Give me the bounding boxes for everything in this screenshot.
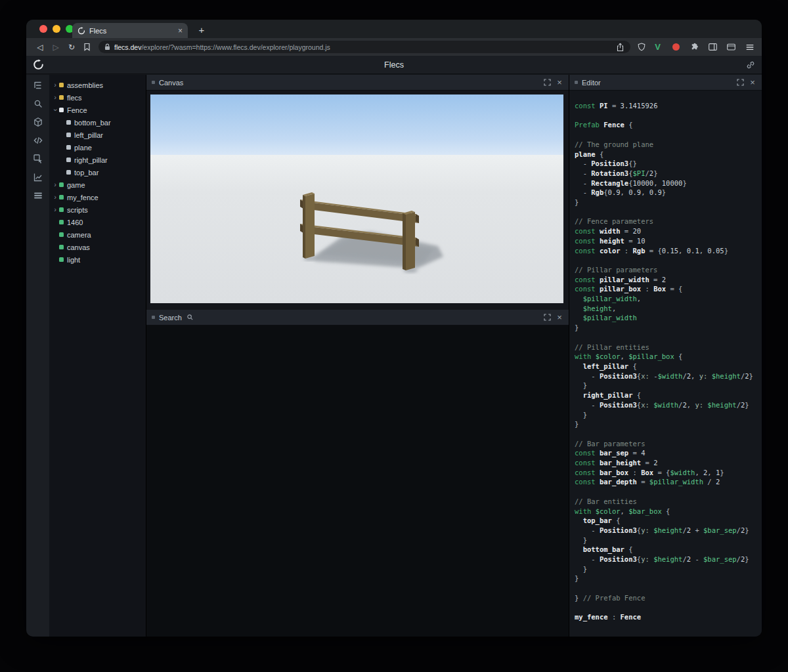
forward-button[interactable]: ▷ (49, 43, 63, 52)
code-line (575, 603, 758, 613)
tree-item-label: 1460 (67, 219, 83, 226)
search-icon (186, 313, 195, 322)
code-line: } (575, 323, 758, 333)
red-circle-extension-icon[interactable] (670, 41, 682, 52)
code-line: const bar_height = 2 (575, 458, 758, 468)
entity-square-icon (59, 95, 64, 100)
back-button[interactable]: ◁ (33, 43, 47, 52)
code-area[interactable]: const PI = 3.1415926 Prefab Fence { // T… (569, 91, 762, 637)
canvas-panel: Canvas × (146, 75, 569, 310)
code-line: my_fence : Fence (575, 612, 758, 622)
stats-icon[interactable] (32, 171, 44, 183)
ground-plane (150, 155, 563, 303)
code-line: $height, (575, 304, 758, 314)
browser-toolbar: ◁ ▷ ↻ flecs.dev/explorer/?wasm=https://w… (26, 38, 762, 56)
tree-item-label: Fence (67, 106, 87, 114)
chevron-collapsed-icon[interactable]: › (52, 181, 58, 188)
code-line: $pillar_width (575, 313, 758, 323)
puzzle-extensions-icon[interactable] (689, 41, 700, 52)
tree-item-light[interactable]: light (49, 253, 146, 266)
bookmark-icon[interactable] (80, 43, 93, 51)
tab-close-icon[interactable]: × (178, 27, 183, 35)
close-icon[interactable]: × (556, 77, 563, 87)
code-line (575, 255, 758, 265)
new-tab-button[interactable]: + (196, 24, 208, 35)
tree-item-left_pillar[interactable]: left_pillar (49, 129, 146, 141)
code-line: with $color, $bar_box { (575, 507, 758, 516)
tree-item-camera[interactable]: camera (49, 228, 146, 241)
code-line (575, 487, 758, 497)
sidebar-toggle-icon[interactable] (707, 41, 718, 52)
editor-panel: Editor × const PI = 3.1415926 Prefab Fen… (569, 75, 762, 637)
code-line: // The ground plane (575, 140, 758, 150)
canvas-3d-viewport[interactable] (150, 94, 563, 303)
code-line: const bar_box : Box = {$width, 2, 1} (575, 468, 758, 478)
maximize-icon[interactable] (735, 78, 745, 87)
code-line: - Rectangle{10000, 10000} (575, 178, 758, 188)
url-host: flecs.dev (114, 43, 141, 51)
rows-icon[interactable] (32, 190, 44, 201)
tab-favicon-flecs-logo-icon (77, 27, 85, 35)
tree-item-label: flecs (67, 94, 82, 102)
tree-item-canvas[interactable]: canvas (49, 241, 146, 253)
tree-item-label: scripts (67, 206, 88, 214)
url-path: /explorer/?wasm=https://www.flecs.dev/ex… (141, 43, 330, 51)
url-bar[interactable]: flecs.dev/explorer/?wasm=https://www.fle… (98, 41, 630, 53)
code-line: const width = 20 (575, 226, 758, 236)
maximize-icon[interactable] (542, 313, 552, 322)
entity-square-icon (59, 207, 64, 212)
tree-item-bottom_bar[interactable]: bottom_bar (49, 116, 146, 129)
chevron-collapsed-icon[interactable]: › (52, 206, 58, 213)
entity-square-icon (66, 158, 71, 162)
close-icon[interactable]: × (749, 77, 756, 87)
window-controls (39, 25, 74, 33)
tree-item-my_fence[interactable]: ›my_fence (49, 191, 146, 203)
tree-item-scripts[interactable]: ›scripts (49, 203, 146, 216)
v-extension-icon[interactable]: V (652, 41, 663, 52)
code-line (575, 333, 758, 343)
code-line: } (575, 198, 758, 207)
tree-item-right_pillar[interactable]: right_pillar (49, 154, 146, 166)
inspect-icon[interactable] (32, 153, 44, 165)
wallet-icon[interactable] (726, 41, 737, 52)
tree-item-flecs[interactable]: ›flecs (49, 91, 146, 104)
close-window-button[interactable] (39, 25, 47, 33)
search-icon[interactable] (32, 98, 44, 110)
entity-square-icon (59, 232, 64, 237)
menu-icon[interactable] (744, 41, 755, 52)
tree-item-label: canvas (67, 243, 90, 251)
code-line: const pillar_width = 2 (575, 275, 758, 285)
chevron-collapsed-icon[interactable]: › (52, 194, 58, 201)
tree-item-top_bar[interactable]: top_bar (49, 166, 146, 178)
tree-item-Fence[interactable]: ›Fence (49, 104, 146, 116)
code-icon[interactable] (32, 135, 44, 146)
code-line: - Position3{x: $width/2, y: $height/2} (575, 400, 758, 410)
search-panel-title: Search (159, 314, 182, 322)
entity-square-icon (66, 145, 71, 150)
tree-item-1460[interactable]: 1460 (49, 216, 146, 228)
minimize-window-button[interactable] (53, 25, 60, 33)
brave-shield-icon[interactable] (636, 41, 647, 52)
tree-item-game[interactable]: ›game (49, 178, 146, 191)
chevron-collapsed-icon[interactable]: › (52, 94, 58, 101)
chevron-expanded-icon[interactable]: › (52, 107, 59, 114)
search-results-area[interactable] (146, 326, 569, 637)
entity-tree: ›assemblies›flecs›Fencebottom_barleft_pi… (49, 75, 146, 637)
tree-item-assemblies[interactable]: ›assemblies (49, 79, 146, 91)
entity-square-icon (66, 133, 71, 137)
code-line: - Rotation3{$PI/2} (575, 169, 758, 178)
chevron-collapsed-icon[interactable]: › (52, 81, 58, 89)
outliner-icon[interactable] (32, 79, 44, 91)
panel-dot-icon (152, 316, 155, 319)
entity-square-icon (59, 83, 64, 87)
tree-item-plane[interactable]: plane (49, 141, 146, 154)
close-icon[interactable]: × (556, 312, 563, 322)
share-icon[interactable] (616, 43, 624, 52)
box-icon[interactable] (32, 116, 44, 128)
reload-button[interactable]: ↻ (64, 43, 79, 52)
code-line: // Bar parameters (575, 439, 758, 449)
code-line: const bar_sep = 4 (575, 448, 758, 458)
maximize-icon[interactable] (542, 78, 552, 87)
browser-tab[interactable]: Flecs × (72, 23, 188, 38)
entity-square-icon (59, 182, 64, 187)
